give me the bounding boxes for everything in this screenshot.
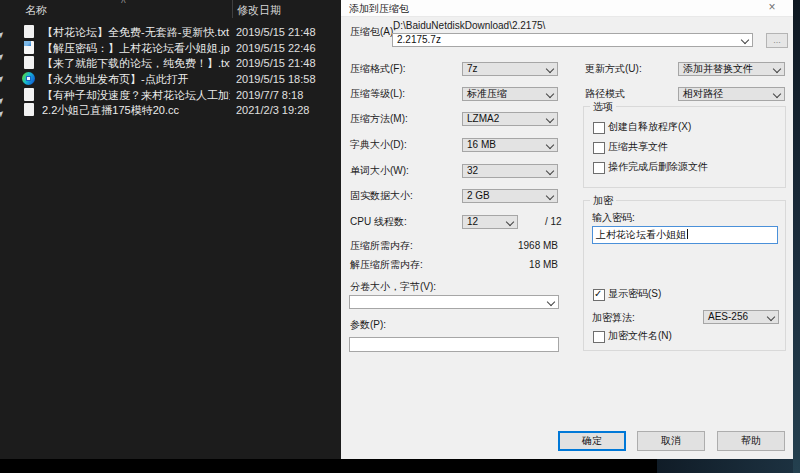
level-value: 标准压缩 [467,88,507,99]
path-mode-select[interactable]: 相对路径 [678,87,785,101]
file-name: 【来了就能下载的论坛，纯免费！】.txt [42,56,230,70]
cancel-button[interactable]: 取消 [637,431,705,451]
help-button[interactable]: 帮助 [717,431,785,451]
encryption-group-title: 加密 [590,194,616,208]
create-sfx-label: 创建自释放程序(X) [608,121,691,133]
encryption-method-label: 加密算法: [592,311,635,325]
archive-label: 压缩包(A): [350,25,396,39]
file-row[interactable]: 【永久地址发布页】-点此打开 2019/5/15 18:58 [0,71,341,87]
ok-button[interactable]: 确定 [558,431,626,451]
password-label: 输入密码: [592,211,635,225]
chevron-down-icon [546,141,554,149]
chevron-down-icon [773,90,781,98]
memory-compress-label: 压缩所需内存: [350,239,413,253]
checkbox-icon [593,122,605,134]
chevron-down-icon [546,115,554,123]
file-name: 【有种子却没速度？来村花论坛人工加速！】.t... [42,88,230,102]
volume-size-combobox[interactable] [349,295,559,309]
checkbox-icon [593,331,605,343]
file-row[interactable]: 【有种子却没速度？来村花论坛人工加速！】.t... 2019/7/7 8:18 [0,87,341,103]
archive-name-combobox[interactable]: 2.2175.7z [392,33,753,47]
file-icon [24,103,34,116]
desktop-background [657,459,793,473]
memory-decompress-value: 18 MB [462,258,558,272]
file-row[interactable]: 【来了就能下载的论坛，纯免费！】.txt 2019/5/15 21:48 [0,55,341,71]
password-input[interactable]: 上村花论坛看小姐姐 [592,226,778,244]
chevron-down-icon [546,192,554,200]
path-mode-label: 路径模式 [585,87,625,101]
file-list-pane: 名称 ^ 修改日期 【村花论坛】全免费-无套路-更新快.txt 2019/5/1… [0,0,341,459]
dialog-title: 添加到压缩包 [349,2,409,16]
encryption-method-value: AES-256 [708,311,748,322]
update-mode-value: 添加并替换文件 [683,63,753,74]
chevron-down-icon [546,65,554,73]
word-size-select[interactable]: 32 [462,164,558,178]
add-to-archive-dialog: 添加到压缩包 × 压缩包(A): D:\BaiduNetdiskDownload… [341,0,793,459]
path-mode-value: 相对路径 [683,88,723,99]
column-header-name[interactable]: 名称 [25,2,47,18]
method-label: 压缩方法(M): [350,112,408,126]
checkbox-checked-icon [593,289,605,301]
format-value: 7z [467,63,478,74]
password-value: 上村花论坛看小姐姐 [596,229,686,240]
column-header-date[interactable]: 修改日期 [237,2,281,18]
text-file-icon [24,25,34,38]
options-group-title: 选项 [590,100,616,114]
file-date: 2019/5/15 21:48 [236,25,316,39]
dialog-titlebar[interactable]: 添加到压缩包 × [341,0,793,17]
edge-browser-icon [22,72,35,85]
chevron-down-icon [547,298,555,306]
format-select[interactable]: 7z [462,62,558,76]
update-mode-select[interactable]: 添加并替换文件 [678,62,785,76]
checkbox-icon [593,162,605,174]
image-file-icon [24,41,34,54]
sort-ascending-icon: ^ [121,0,126,9]
update-mode-label: 更新方式(U): [585,62,642,76]
file-date: 2019/7/7 8:18 [236,88,303,102]
file-date: 2019/5/15 21:48 [236,56,316,70]
chevron-down-icon [506,218,514,226]
file-name: 2.2小姐己直播175模特20.cc [42,103,230,117]
level-label: 压缩等级(L): [350,87,405,101]
file-date: 2019/5/15 22:46 [236,41,316,55]
solid-block-select[interactable]: 2 GB [462,189,558,203]
parameters-label: 参数(P): [350,318,386,332]
solid-block-label: 固实数据大小: [350,189,413,203]
format-label: 压缩格式(F): [350,62,406,76]
cpu-threads-select[interactable]: 12 [462,215,518,229]
dictionary-select[interactable]: 16 MB [462,138,558,152]
text-caret [687,229,688,239]
file-date: 2021/2/3 19:28 [236,103,309,117]
cpu-threads-value: 12 [467,216,478,227]
file-row[interactable]: 2.2小姐己直播175模特20.cc 2021/2/3 19:28 [0,102,341,118]
file-row[interactable]: 【村花论坛】全免费-无套路-更新快.txt 2019/5/15 21:48 [0,24,341,40]
text-file-icon [24,56,34,69]
solid-block-value: 2 GB [467,190,490,201]
level-select[interactable]: 标准压缩 [462,87,558,101]
parameters-input[interactable] [349,337,559,352]
close-icon[interactable]: × [765,0,779,14]
archive-path: D:\BaiduNetdiskDownload\2.2175\ [393,19,545,33]
file-name: 【村花论坛】全免费-无套路-更新快.txt [42,25,230,39]
column-divider[interactable] [232,0,233,18]
word-size-label: 单词大小(W): [350,164,409,178]
method-value: LZMA2 [467,113,499,124]
delete-after-label: 操作完成后删除源文件 [608,161,708,173]
file-row[interactable]: 【解压密码：】上村花论坛看小姐姐.jpg 2019/5/15 22:46 [0,40,341,56]
method-select[interactable]: LZMA2 [462,112,558,126]
chevron-down-icon [741,36,749,44]
browse-button[interactable]: ... [766,33,788,48]
chevron-down-icon [773,65,781,73]
show-password-label: 显示密码(S) [608,288,661,300]
text-file-icon [24,88,34,101]
word-size-value: 32 [467,165,478,176]
dictionary-value: 16 MB [467,139,496,150]
chevron-down-icon [767,313,775,321]
desktop-background [793,0,800,473]
checkbox-icon [593,142,605,154]
memory-compress-value: 1968 MB [462,239,558,253]
file-name: 【解压密码：】上村花论坛看小姐姐.jpg [42,41,230,55]
encryption-method-select[interactable]: AES-256 [703,310,779,324]
cpu-threads-label: CPU 线程数: [350,215,407,229]
volume-size-label: 分卷大小，字节(V): [350,280,436,294]
